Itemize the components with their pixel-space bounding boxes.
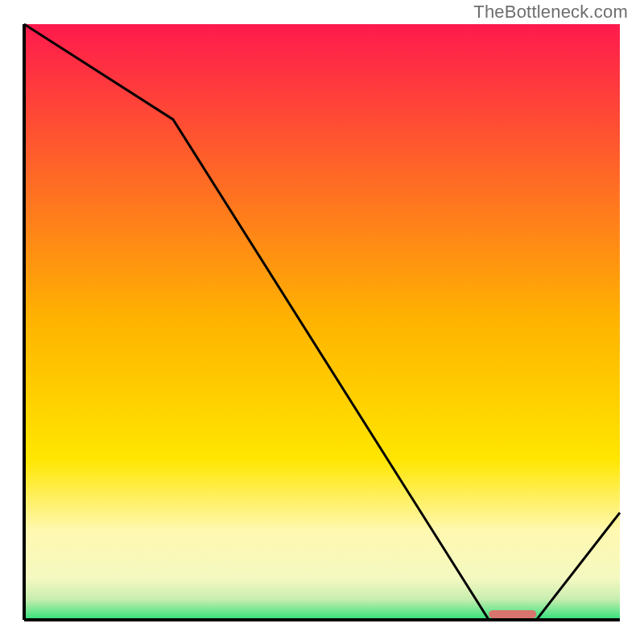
chart-container: TheBottleneck.com bbox=[0, 0, 644, 644]
attribution-label: TheBottleneck.com bbox=[473, 2, 628, 23]
bottleneck-chart bbox=[0, 0, 644, 644]
plot-background bbox=[24, 24, 620, 620]
optimal-marker bbox=[489, 610, 536, 618]
